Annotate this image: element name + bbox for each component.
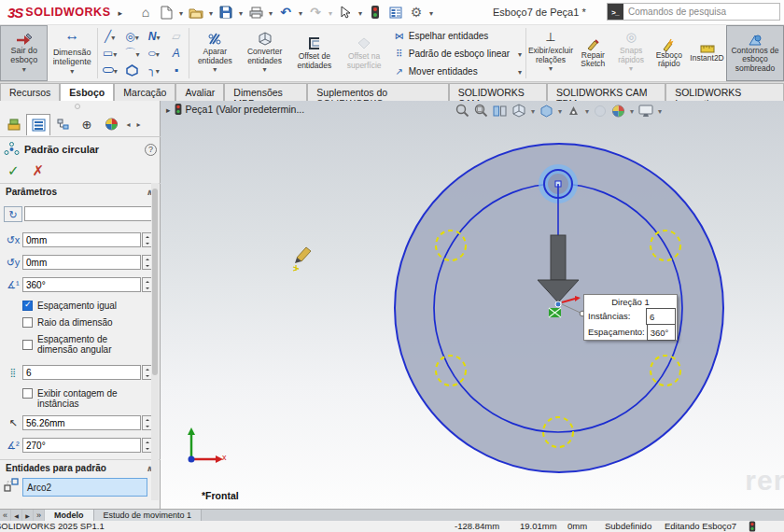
display-delete-relations-button[interactable]: ⊥ Exibir/excluir relações <box>527 25 574 81</box>
point-tool-button[interactable]: ▪ <box>165 63 188 78</box>
fillet-caret[interactable] <box>156 65 160 76</box>
text-tool-button[interactable]: A <box>165 46 188 62</box>
motion-study-tab[interactable]: Estudo de movimento 1 <box>94 510 203 521</box>
print-dropdown-caret[interactable] <box>266 7 275 18</box>
smart-dimension-caret[interactable] <box>70 66 74 77</box>
line-tool-button[interactable]: ╱ <box>99 29 121 45</box>
tab-marcacao[interactable]: Marcação <box>114 83 175 101</box>
tab-suplementos[interactable]: Suplementos do SOLIDWORKS <box>307 83 448 101</box>
trim-entities-button[interactable]: Aparar entidades <box>190 25 240 81</box>
dimension-radius-checkbox[interactable] <box>22 317 33 328</box>
tab-solidworks-cam-tbm[interactable]: SOLIDWORKS CAM TBM <box>547 83 665 101</box>
save-dropdown-caret[interactable] <box>236 7 245 18</box>
print-button[interactable] <box>245 3 266 21</box>
convert-entities-button[interactable]: Converter entidades <box>240 25 289 81</box>
tab-nav-last-button[interactable] <box>34 510 45 521</box>
ok-button[interactable] <box>7 162 20 179</box>
cancel-button[interactable] <box>33 162 45 179</box>
model-tab[interactable]: Modelo <box>45 510 94 521</box>
circle-caret[interactable] <box>135 32 139 42</box>
linear-sketch-pattern-button[interactable]: ⠿ Padrão de esboço linear <box>389 45 525 63</box>
smart-dimension-button[interactable]: ↔ Dimensão inteligente <box>48 25 95 81</box>
equal-spacing-checkbox[interactable] <box>22 301 33 311</box>
arc-tool-button[interactable]: ⌒ <box>121 46 144 62</box>
exit-sketch-caret[interactable] <box>22 64 26 75</box>
file-properties-button[interactable] <box>385 3 406 21</box>
rebuild-button[interactable] <box>365 3 385 21</box>
ellipse-tool-button[interactable]: ○ <box>143 46 165 62</box>
undo-dropdown-caret[interactable] <box>296 7 305 18</box>
arc-angle-input[interactable] <box>22 438 141 453</box>
slot-caret[interactable] <box>114 65 118 76</box>
select-button[interactable] <box>335 3 356 21</box>
line-caret[interactable] <box>111 32 115 42</box>
rectangle-caret[interactable] <box>113 49 117 59</box>
instance-count-input[interactable] <box>22 365 141 380</box>
tab-esboco[interactable]: Esboço <box>60 83 114 101</box>
logo-expand-icon[interactable] <box>118 7 122 18</box>
feature-manager-tab[interactable] <box>2 114 26 135</box>
fillet-tool-button[interactable]: ╮ <box>143 63 165 78</box>
callout-spacing-value[interactable]: 360° <box>647 324 676 341</box>
open-dropdown-caret[interactable] <box>206 7 216 18</box>
center-y-input[interactable] <box>22 255 141 270</box>
sketch-viewport[interactable] <box>161 101 784 509</box>
exit-sketch-button[interactable]: Sair do esboço <box>0 25 48 81</box>
new-dropdown-caret[interactable] <box>176 7 186 18</box>
convert-caret[interactable] <box>263 65 267 75</box>
tab-recursos[interactable]: Recursos <box>0 83 60 101</box>
pattern-callout[interactable]: Direção 1 Instâncias: 6 Espaçamento: 360… <box>583 294 678 341</box>
pattern-angle-input[interactable] <box>22 277 141 292</box>
entities-section-header[interactable]: Entidades para padrão <box>6 463 153 473</box>
circle-tool-button[interactable]: ◎ <box>121 29 144 45</box>
rectangle-tool-button[interactable]: ▭ <box>99 46 121 62</box>
direction-input[interactable] <box>24 206 153 221</box>
undo-button[interactable]: ↶ <box>275 3 296 21</box>
options-dropdown-caret[interactable] <box>427 7 436 18</box>
show-instance-count-checkbox[interactable] <box>22 388 33 399</box>
move-entities-caret[interactable] <box>518 66 522 77</box>
panel-tab-next-arrow[interactable]: ▸ <box>133 120 144 129</box>
save-button[interactable] <box>216 3 236 21</box>
search-box[interactable]: Comandos de pesquisa <box>607 3 780 21</box>
spline-caret[interactable] <box>156 32 160 42</box>
open-button[interactable] <box>186 3 206 21</box>
tab-nav-next-button[interactable] <box>22 510 34 521</box>
mirror-entities-button[interactable]: ⋈ Espelhar entidades <box>389 27 525 45</box>
options-button[interactable]: ⚙ <box>406 3 427 21</box>
angular-spacing-row[interactable]: Espaçamento de dimensão angular <box>22 334 155 355</box>
home-button[interactable]: ⌂ <box>135 3 156 21</box>
tab-solidworks-cam[interactable]: SOLIDWORKS CAM <box>449 83 547 101</box>
dimension-radius-row[interactable]: Raio da dimensão <box>22 317 155 328</box>
parameters-section-header[interactable]: Parâmetros <box>6 187 153 197</box>
quick-sketch-button[interactable]: Esboço rápido <box>650 25 688 81</box>
tab-nav-first-button[interactable] <box>0 510 11 521</box>
instant2d-button[interactable]: Instant2D <box>688 25 726 81</box>
property-manager-tab[interactable] <box>26 114 50 135</box>
polygon-tool-button[interactable] <box>121 63 144 78</box>
show-instance-count-row[interactable]: Exibir contagem de instâncias <box>22 388 155 409</box>
panel-tab-prev-arrow[interactable]: ◂ <box>123 120 133 129</box>
dimxpert-manager-tab[interactable]: ⊕ <box>75 114 99 135</box>
entities-selection-list[interactable]: Arco2 <box>22 478 147 497</box>
tab-solidworks-inspection[interactable]: SOLIDWORKS Inspection <box>665 83 784 101</box>
slot-tool-button[interactable] <box>99 63 121 78</box>
pattern-radius-input[interactable] <box>22 415 141 430</box>
angular-spacing-checkbox[interactable] <box>22 340 33 350</box>
arc-caret[interactable] <box>135 49 139 59</box>
new-document-button[interactable] <box>156 3 176 21</box>
center-x-input[interactable] <box>22 232 141 247</box>
callout-instances-value[interactable]: 6 <box>646 308 676 325</box>
equal-spacing-row[interactable]: Espaçamento igual <box>22 301 155 311</box>
graphics-area[interactable]: Peça1 (Valor predetermin... <box>161 101 784 509</box>
panel-scrollbar[interactable] <box>151 183 159 500</box>
redo-button[interactable]: ↷ <box>305 3 326 21</box>
offset-entities-button[interactable]: Offset de entidades <box>289 25 339 81</box>
shaded-sketch-contours-button[interactable]: Contornos de esboço sombreado <box>726 25 784 81</box>
display-manager-tab[interactable] <box>99 114 123 135</box>
configuration-manager-tab[interactable] <box>50 114 75 135</box>
trim-caret[interactable] <box>213 65 217 75</box>
repair-sketch-button[interactable]: Repair Sketch <box>574 25 612 81</box>
relations-caret[interactable] <box>549 64 553 74</box>
linear-pattern-caret[interactable] <box>518 49 522 59</box>
